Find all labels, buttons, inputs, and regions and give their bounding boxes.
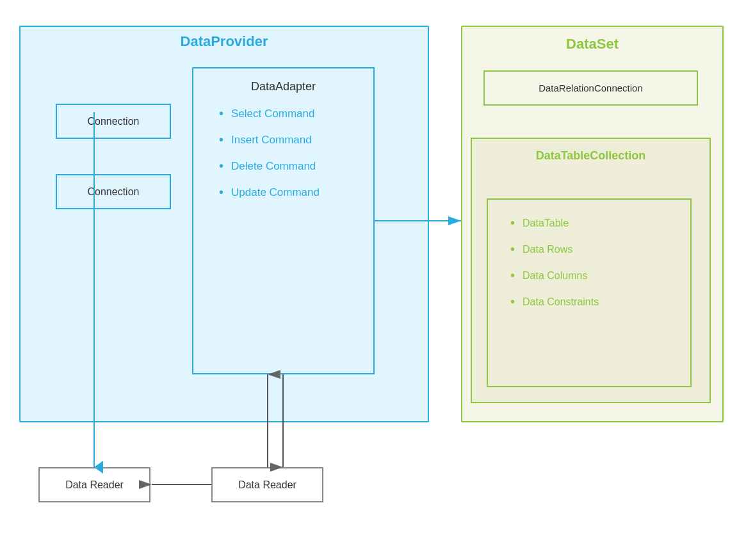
connection-box-2: Connection xyxy=(56,174,171,209)
data-adapter-title: DataAdapter xyxy=(193,68,373,93)
item-dataconstraints: Data Constraints xyxy=(510,294,690,309)
item-datacolumns-label: Data Columns xyxy=(523,270,587,282)
connection-1-label: Connection xyxy=(88,116,140,127)
data-table-inner-list: DataTable Data Rows Data Columns Data Co… xyxy=(488,200,690,309)
command-insert-label: Insert Command xyxy=(231,134,312,147)
command-delete: Delete Command xyxy=(219,159,373,173)
data-reader-2-label: Data Reader xyxy=(238,479,296,491)
item-datarows-label: Data Rows xyxy=(523,244,572,255)
connection-box-1: Connection xyxy=(56,104,171,139)
data-table-inner-box: DataTable Data Rows Data Columns Data Co… xyxy=(487,198,692,387)
data-provider-title: DataProvider xyxy=(20,26,428,50)
diagram-container: DataProvider Connection Connection DataA… xyxy=(0,0,746,560)
item-datatable-label: DataTable xyxy=(523,218,569,229)
command-select-label: Select Command xyxy=(231,108,314,120)
item-datatable: DataTable xyxy=(510,216,690,230)
connection-2-label: Connection xyxy=(88,186,140,198)
data-table-collection-title: DataTableCollection xyxy=(472,139,710,163)
data-reader-2: Data Reader xyxy=(211,467,323,502)
data-adapter-box: DataAdapter Select Command Insert Comman… xyxy=(192,67,375,374)
dataset-title: DataSet xyxy=(462,27,722,52)
data-reader-1: Data Reader xyxy=(38,467,150,502)
command-update-label: Update Command xyxy=(231,186,320,199)
data-relation-label: DataRelationConnection xyxy=(539,83,643,93)
command-insert: Insert Command xyxy=(219,132,373,147)
data-relation-box: DataRelationConnection xyxy=(483,70,698,106)
data-reader-1-label: Data Reader xyxy=(65,479,124,491)
item-dataconstraints-label: Data Constraints xyxy=(523,296,599,308)
command-update: Update Command xyxy=(219,185,373,200)
item-datacolumns: Data Columns xyxy=(510,268,690,283)
item-datarows: Data Rows xyxy=(510,242,690,257)
command-delete-label: Delete Command xyxy=(231,160,316,173)
data-adapter-list: Select Command Insert Command Delete Com… xyxy=(193,106,373,200)
command-select: Select Command xyxy=(219,106,373,121)
